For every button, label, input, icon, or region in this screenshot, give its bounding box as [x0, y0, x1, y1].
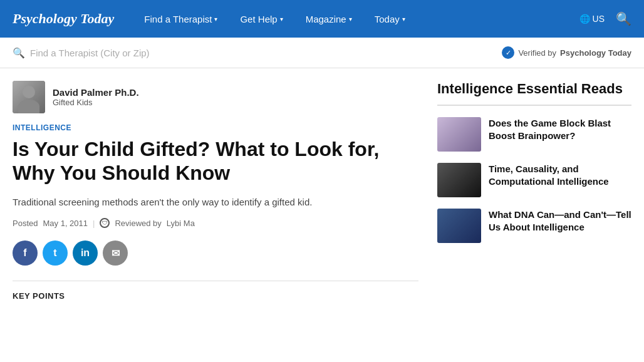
verified-badge: ✓ Verified by Psychology Today: [502, 46, 631, 59]
nav-search-icon[interactable]: 🔍: [616, 11, 631, 26]
sidebar-thumb-2: [437, 163, 481, 197]
search-input[interactable]: Find a Therapist (City or Zip): [30, 48, 150, 58]
social-row: f t in ✉: [13, 240, 418, 266]
globe-icon: 🌐: [579, 14, 590, 24]
sidebar-item-text-1: Does the Game Block Blast Boost Brainpow…: [489, 117, 631, 152]
sidebar-title: Intelligence Essential Reads: [437, 81, 631, 97]
navigation: Psychology Today Find a Therapist ▾ Get …: [0, 0, 644, 38]
shield-icon: 🛡: [100, 218, 110, 228]
author-info: David Palmer Ph.D. Gifted Kids: [53, 87, 139, 107]
region-selector[interactable]: 🌐 US: [579, 14, 605, 24]
reviewed-label: Reviewed by: [115, 219, 161, 228]
site-logo[interactable]: Psychology Today: [13, 11, 114, 27]
checkmark-icon: ✓: [502, 46, 514, 59]
nav-get-help[interactable]: Get Help ▾: [229, 0, 294, 38]
twitter-share-button[interactable]: t: [43, 240, 68, 266]
main-content: David Palmer Ph.D. Gifted Kids INTELLIGE…: [0, 68, 644, 301]
article-category[interactable]: INTELLIGENCE: [13, 123, 418, 132]
nav-links: Find a Therapist ▾ Get Help ▾ Magazine ▾…: [133, 0, 579, 38]
email-share-button[interactable]: ✉: [103, 240, 128, 266]
sidebar-item-3[interactable]: What DNA Can—and Can't—Tell Us About Int…: [437, 209, 631, 243]
separator: |: [93, 219, 95, 228]
chevron-down-icon: ▾: [402, 16, 405, 23]
nav-right: 🌐 US 🔍: [579, 11, 631, 26]
chevron-down-icon: ▾: [214, 16, 217, 23]
facebook-share-button[interactable]: f: [13, 240, 38, 266]
avatar-image: [13, 81, 45, 113]
linkedin-share-button[interactable]: in: [73, 240, 98, 266]
sidebar-item-1[interactable]: Does the Game Block Blast Boost Brainpow…: [437, 117, 631, 152]
search-left: 🔍 Find a Therapist (City or Zip): [13, 47, 150, 59]
article-column: David Palmer Ph.D. Gifted Kids INTELLIGE…: [13, 81, 418, 301]
chevron-down-icon: ▾: [280, 16, 283, 23]
key-points-label: KEY POINTS: [13, 291, 418, 301]
sidebar-item-text-3: What DNA Can—and Can't—Tell Us About Int…: [489, 209, 631, 243]
chevron-down-icon: ▾: [349, 16, 352, 23]
meta-row: Posted May 1, 2011 | 🛡 Reviewed by Lybi …: [13, 218, 418, 228]
reviewer-name[interactable]: Lybi Ma: [167, 219, 195, 228]
nav-magazine[interactable]: Magazine ▾: [294, 0, 363, 38]
search-bar: 🔍 Find a Therapist (City or Zip) ✓ Verif…: [0, 38, 644, 68]
nav-today[interactable]: Today ▾: [363, 0, 417, 38]
sidebar-divider: [437, 105, 631, 106]
article-title: Is Your Child Gifted? What to Look for, …: [13, 137, 401, 185]
author-row: David Palmer Ph.D. Gifted Kids: [13, 81, 418, 113]
nav-find-therapist[interactable]: Find a Therapist ▾: [133, 0, 229, 38]
author-name[interactable]: David Palmer Ph.D.: [53, 87, 139, 98]
sidebar-item-2[interactable]: Time, Causality, and Computational Intel…: [437, 163, 631, 197]
avatar[interactable]: [13, 81, 45, 113]
sidebar: Intelligence Essential Reads Does the Ga…: [437, 81, 631, 301]
author-subtitle[interactable]: Gifted Kids: [53, 98, 139, 107]
posted-label: Posted: [13, 219, 38, 228]
posted-date: May 1, 2011: [43, 219, 88, 228]
search-icon: 🔍: [13, 47, 25, 59]
sidebar-thumb-3: [437, 209, 481, 243]
sidebar-thumb-1: [437, 117, 481, 152]
article-subtitle: Traditional screening methods aren't the…: [13, 195, 401, 210]
section-divider: [13, 281, 418, 281]
sidebar-item-text-2: Time, Causality, and Computational Intel…: [489, 163, 631, 197]
